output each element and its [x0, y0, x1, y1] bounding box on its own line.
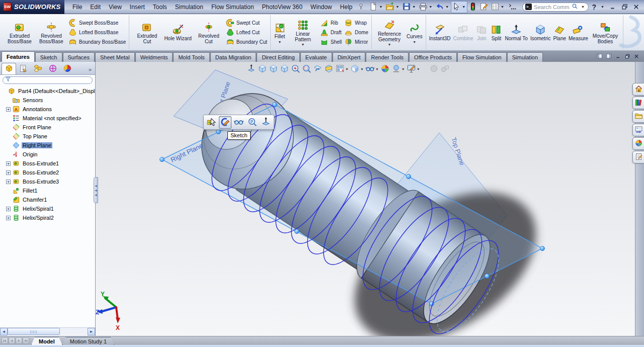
options-caret-icon[interactable]: ▼ — [501, 5, 504, 9]
ribbon-dome-button[interactable]: Dome — [344, 28, 368, 37]
tree-item-sensors[interactable]: Sensors — [0, 96, 95, 105]
new-document-caret-icon[interactable]: ▼ — [379, 5, 382, 9]
tab-office-products[interactable]: Office Products — [409, 52, 457, 62]
minimize-button[interactable] — [609, 3, 617, 11]
taskpane-home-button[interactable] — [632, 83, 644, 96]
panel-tab-dimxpert-manager[interactable] — [45, 63, 60, 74]
ribbon-hole-wizard-button[interactable]: Hole Wizard — [163, 23, 192, 41]
tree-item-annotations[interactable]: +AAnnotations — [0, 105, 95, 114]
menu-simulation[interactable]: Simulation — [171, 2, 207, 12]
first-tab-button[interactable] — [2, 337, 8, 344]
normal-to-view-button[interactable] — [247, 64, 256, 74]
panel-tab-featuremanager[interactable] — [2, 63, 16, 74]
tab-sketch[interactable]: Sketch — [35, 52, 62, 62]
tree-item-right[interactable]: Right Plane — [0, 141, 95, 150]
options-button[interactable]: ▼ — [490, 1, 506, 13]
open-document-button[interactable]: ▼ — [384, 1, 401, 13]
ribbon-swept-boss-base-button[interactable]: Swept Boss/Base — [68, 19, 126, 27]
collapse-right-icon[interactable] — [606, 53, 612, 60]
tab-features[interactable]: Features — [2, 51, 35, 62]
taskpane-custom-properties-button[interactable] — [632, 151, 644, 163]
hide-show-items-caret-icon[interactable]: ▼ — [375, 67, 379, 71]
ribbon-normal-to-button[interactable]: Normal To — [504, 23, 528, 41]
menu-file[interactable]: File — [68, 2, 86, 12]
menu-flow-simulation[interactable]: Flow Simulation — [207, 2, 258, 12]
select-caret-icon[interactable]: ▼ — [462, 5, 465, 9]
tab-weldments[interactable]: Weldments — [135, 52, 173, 62]
view-settings-button[interactable]: ▼ — [407, 64, 420, 74]
normal-to-tool-button[interactable] — [260, 116, 272, 129]
menu-pin-icon[interactable] — [357, 3, 365, 11]
hide-show-items-button[interactable]: ▼ — [365, 64, 379, 74]
view-selector-caret-icon[interactable]: ▼ — [345, 67, 349, 71]
tree-item-fillet1[interactable]: Fillet1 — [0, 186, 95, 195]
help-caret-icon[interactable]: ▼ — [601, 5, 604, 9]
tab-motion-study-1[interactable]: Motion Study 1 — [62, 337, 114, 345]
curves-caret-icon[interactable]: ▼ — [413, 40, 416, 44]
ribbon-fillet-button[interactable]: Fillet▼ — [273, 21, 287, 43]
tree-item-helix-spiral1[interactable]: +Helix/Spiral1 — [0, 204, 95, 213]
tab-dimxpert[interactable]: DimXpert — [333, 52, 366, 62]
tab-evaluate[interactable]: Evaluate — [300, 52, 332, 62]
collapse-left-icon[interactable] — [596, 53, 603, 60]
print-button[interactable]: ▼ — [418, 1, 434, 13]
sketch-tool-button[interactable] — [219, 116, 231, 129]
tree-item-front[interactable]: Front Plane — [0, 123, 95, 132]
ribbon-swept-cut-button[interactable]: Swept Cut — [226, 19, 267, 27]
ribbon-revolved-cut-button[interactable]: Revolved Cut — [193, 20, 224, 44]
taskpane-design-library-button[interactable] — [632, 97, 644, 109]
undo-caret-icon[interactable]: ▼ — [445, 5, 449, 9]
ribbon-rib-button[interactable]: Rib — [320, 19, 342, 27]
save-caret-icon[interactable]: ▼ — [412, 5, 416, 9]
linear-pattern-caret-icon[interactable]: ▼ — [301, 43, 305, 46]
scroll-left-button[interactable]: ◄ — [0, 328, 8, 335]
menu-edit[interactable]: Edit — [86, 2, 105, 12]
previous-view-button[interactable] — [313, 64, 323, 74]
expand-icon[interactable]: + — [6, 180, 11, 184]
ribbon-linear-pattern-button[interactable]: Linear Pattern▼ — [287, 18, 318, 46]
search-icon[interactable] — [572, 3, 578, 11]
ribbon-split-button[interactable]: Split — [489, 23, 503, 41]
tree-item-boss-extrude1[interactable]: +Boss-Extrude1 — [0, 159, 95, 168]
panel-tab-configuration-manager[interactable] — [31, 63, 45, 74]
ribbon-lofted-boss-base-button[interactable]: Lofted Boss/Base — [68, 28, 126, 37]
menu-window[interactable]: Window — [306, 2, 336, 12]
doc-minimize-button[interactable] — [615, 53, 621, 60]
tree-item-material[interactable]: Material <not specified> — [0, 114, 95, 123]
ribbon-revolved-boss-base-button[interactable]: Revolved Boss/Base — [36, 20, 67, 44]
ribbon-shell-button[interactable]: Shell — [320, 38, 342, 46]
print-caret-icon[interactable]: ▼ — [429, 5, 432, 9]
panel-tab-display-manager[interactable] — [60, 63, 74, 74]
view-orientation-3-button[interactable] — [280, 64, 289, 74]
display-style-caret-icon[interactable]: ▼ — [360, 67, 364, 71]
tab-data-migration[interactable]: Data Migration — [210, 52, 257, 62]
taskpane-appearances-scenes-button[interactable] — [632, 137, 644, 150]
tab-flow-simulation[interactable]: Flow Simulation — [457, 52, 507, 62]
hide-show-tool-button[interactable] — [232, 116, 245, 129]
taskpane-view-palette-button[interactable] — [632, 124, 644, 136]
help-button[interactable]: ? — [592, 3, 597, 11]
graphics-viewport[interactable]: Front Plane Top Plane — [96, 62, 635, 336]
scroll-right-button[interactable]: ► — [88, 328, 95, 335]
expand-icon[interactable]: + — [6, 107, 11, 112]
select-button[interactable]: ▼ — [451, 1, 467, 13]
menu-insert[interactable]: Insert — [126, 2, 149, 12]
next-tab-button[interactable] — [16, 337, 22, 344]
tree-item-part4[interactable]: Part4 (Default<<Default>_Displa — [0, 86, 95, 96]
ribbon-reference-geometry-button[interactable]: Reference Geometry▼ — [374, 18, 405, 46]
last-tab-button[interactable] — [23, 337, 29, 344]
file-properties-button[interactable] — [478, 1, 490, 13]
zoom-to-fit-button[interactable] — [291, 64, 300, 74]
edit-appearance-button[interactable] — [380, 64, 390, 74]
tree-item-boss-extrude3[interactable]: +Boss-Extrude3 — [0, 177, 95, 186]
ribbon-lofted-cut-button[interactable]: Lofted Cut — [226, 28, 267, 37]
edit-feature-tool-button[interactable] — [205, 116, 218, 129]
expand-icon[interactable]: + — [6, 216, 11, 220]
search-commands-box[interactable]: >_ Search Commands ▼ — [522, 3, 589, 12]
ribbon-isometric-button[interactable]: Isometric — [529, 23, 552, 41]
ribbon-wrap-button[interactable]: Wrap — [344, 19, 368, 27]
panel-tab-property-manager[interactable] — [16, 63, 31, 74]
taskpane-file-explorer-button[interactable] — [632, 110, 644, 123]
save-button[interactable]: ▼ — [401, 1, 418, 13]
restore-button[interactable] — [620, 3, 628, 11]
